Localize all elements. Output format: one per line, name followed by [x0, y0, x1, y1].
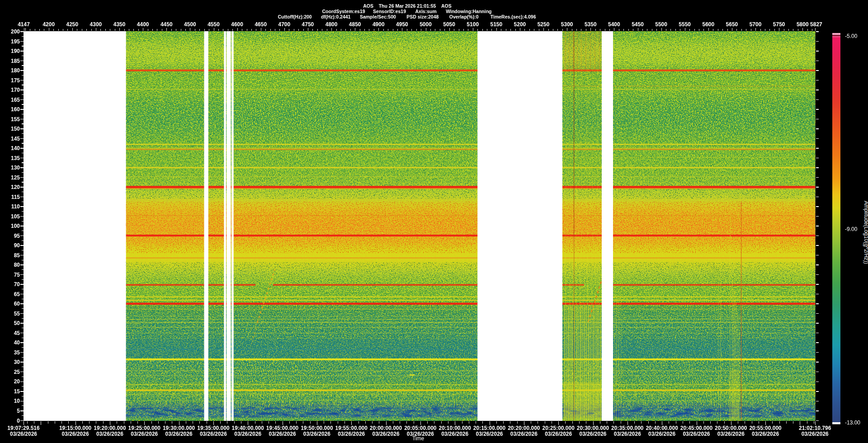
- svg-text:100: 100: [11, 223, 20, 229]
- svg-text:5827: 5827: [810, 21, 822, 28]
- svg-text:4550: 4550: [208, 21, 220, 28]
- svg-text:35: 35: [14, 349, 20, 356]
- svg-text:115: 115: [11, 194, 20, 200]
- svg-text:-5.00: -5.00: [845, 33, 858, 39]
- svg-text:140: 140: [11, 145, 20, 151]
- svg-text:65: 65: [14, 291, 20, 297]
- svg-text:5700: 5700: [750, 21, 762, 28]
- svg-text:5200: 5200: [514, 21, 526, 28]
- svg-text:Amplitude(Log10(g^2/Hz)): Amplitude(Log10(g^2/Hz)): [863, 201, 868, 264]
- svg-text:03/26/2026: 03/26/2026: [62, 431, 89, 437]
- svg-text:125: 125: [11, 174, 20, 181]
- svg-text:-13.00: -13.00: [845, 419, 860, 426]
- svg-text:90: 90: [14, 242, 20, 249]
- svg-text:15: 15: [14, 388, 20, 395]
- svg-text:-9.00: -9.00: [845, 226, 858, 232]
- svg-text:4300: 4300: [90, 21, 102, 28]
- svg-text:4250: 4250: [66, 21, 78, 28]
- svg-text:03/26/2026: 03/26/2026: [802, 431, 829, 437]
- svg-text:4950: 4950: [396, 21, 408, 28]
- svg-text:160: 160: [11, 106, 20, 113]
- svg-text:5650: 5650: [726, 21, 738, 28]
- svg-text:4600: 4600: [231, 21, 243, 28]
- svg-text:4450: 4450: [160, 21, 173, 28]
- svg-text:03/26/2026: 03/26/2026: [614, 431, 641, 437]
- svg-text:5500: 5500: [655, 21, 667, 28]
- svg-text:03/26/2026: 03/26/2026: [303, 431, 330, 437]
- svg-text:5100: 5100: [467, 21, 479, 28]
- svg-text:5750: 5750: [773, 21, 785, 28]
- svg-text:60: 60: [14, 301, 20, 307]
- svg-text:03/26/2026: 03/26/2026: [717, 431, 745, 437]
- svg-text:5050: 5050: [443, 21, 455, 28]
- svg-text:30: 30: [14, 359, 20, 365]
- svg-text:10: 10: [14, 398, 20, 404]
- svg-text:120: 120: [11, 184, 20, 190]
- svg-text:130: 130: [11, 165, 20, 171]
- svg-text:03/26/2026: 03/26/2026: [200, 431, 227, 437]
- svg-text:03/26/2026: 03/26/2026: [752, 431, 779, 437]
- svg-text:4350: 4350: [113, 21, 126, 28]
- svg-text:55: 55: [14, 311, 20, 317]
- svg-text:145: 145: [11, 136, 20, 142]
- svg-text:45: 45: [14, 330, 20, 336]
- svg-text:03/26/2026: 03/26/2026: [579, 431, 606, 437]
- svg-text:5400: 5400: [608, 21, 620, 28]
- svg-text:185: 185: [11, 58, 20, 64]
- svg-text:03/26/2026: 03/26/2026: [165, 431, 193, 437]
- svg-text:5550: 5550: [679, 21, 691, 28]
- svg-text:4750: 4750: [302, 21, 314, 28]
- svg-text:03/26/2026: 03/26/2026: [648, 431, 675, 437]
- svg-text:4400: 4400: [137, 21, 149, 28]
- svg-text:80: 80: [14, 262, 20, 268]
- svg-text:25: 25: [14, 369, 20, 375]
- svg-text:CoordSystem:es19 SensorID: CoordSystem:es19 SensorID:es19 Axis:sum …: [322, 9, 491, 14]
- svg-text:4850: 4850: [349, 21, 361, 28]
- svg-text:70: 70: [14, 281, 20, 287]
- svg-text:4500: 4500: [184, 21, 196, 28]
- svg-text:190: 190: [11, 48, 20, 54]
- svg-text:4700: 4700: [278, 21, 290, 28]
- svg-text:4147: 4147: [18, 21, 30, 28]
- svg-text:03/26/2026: 03/26/2026: [96, 431, 123, 437]
- svg-text:150: 150: [11, 126, 20, 132]
- svg-text:4650: 4650: [255, 21, 267, 28]
- svg-text:5250: 5250: [538, 21, 550, 28]
- svg-text:Time: Time: [412, 435, 425, 442]
- svg-text:135: 135: [11, 155, 20, 161]
- svg-text:95: 95: [14, 233, 20, 239]
- svg-text:50: 50: [14, 320, 20, 326]
- svg-text:155: 155: [11, 116, 20, 123]
- svg-text:03/26/2026: 03/26/2026: [545, 431, 572, 437]
- svg-text:170: 170: [11, 87, 20, 93]
- svg-text:5350: 5350: [585, 21, 597, 28]
- svg-text:20: 20: [14, 378, 20, 385]
- svg-text:105: 105: [11, 213, 20, 220]
- svg-text:5150: 5150: [490, 21, 502, 28]
- svg-text:03/26/2026: 03/26/2026: [10, 431, 37, 437]
- svg-text:5300: 5300: [561, 21, 573, 28]
- svg-text:Cuttoff(Hz):200 df(Hz):0: Cuttoff(Hz):200 df(Hz):0.2441 Sample/Sec…: [278, 14, 536, 19]
- svg-text:4900: 4900: [373, 21, 385, 28]
- svg-text:5: 5: [17, 408, 20, 414]
- svg-text:03/26/2026: 03/26/2026: [683, 431, 710, 437]
- svg-text:175: 175: [11, 77, 20, 84]
- svg-text:03/26/2026: 03/26/2026: [510, 431, 538, 437]
- svg-text:165: 165: [11, 97, 20, 103]
- svg-text:85: 85: [14, 252, 20, 259]
- svg-text:5800: 5800: [797, 21, 809, 28]
- svg-text:03/26/2026: 03/26/2026: [234, 431, 261, 437]
- svg-text:195: 195: [11, 38, 20, 45]
- svg-text:5600: 5600: [702, 21, 714, 28]
- svg-text:03/26/2026: 03/26/2026: [269, 431, 296, 437]
- svg-text:03/26/2026: 03/26/2026: [441, 431, 468, 437]
- svg-text:40: 40: [14, 339, 20, 346]
- svg-text:4800: 4800: [326, 21, 338, 28]
- svg-text:AOS Thu 26 Mar 2026 21:01:5: AOS Thu 26 Mar 2026 21:01:55 AOS: [363, 3, 452, 9]
- svg-text:200: 200: [11, 28, 20, 35]
- svg-text:180: 180: [11, 67, 20, 74]
- svg-text:03/26/2026: 03/26/2026: [131, 431, 158, 437]
- svg-text:5450: 5450: [632, 21, 644, 28]
- svg-text:03/26/2026: 03/26/2026: [476, 431, 503, 437]
- svg-text:03/26/2026: 03/26/2026: [338, 431, 365, 437]
